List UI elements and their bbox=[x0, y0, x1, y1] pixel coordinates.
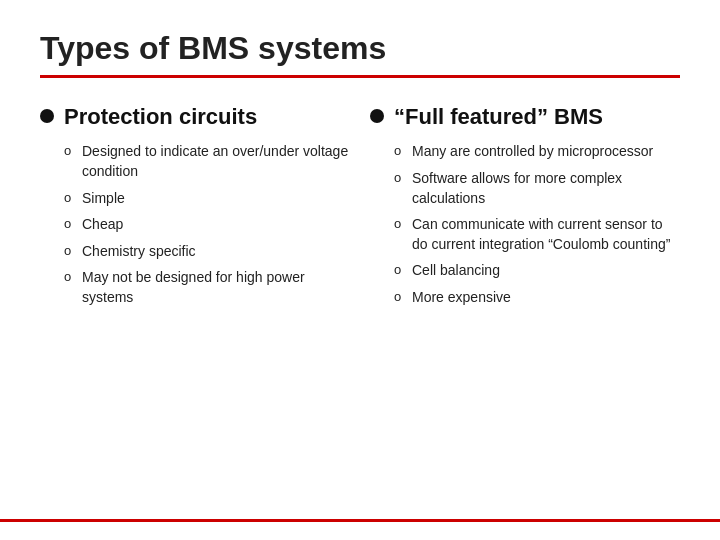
column-protection: Protection circuits Designed to indicate… bbox=[40, 104, 350, 520]
list-item: Cell balancing bbox=[394, 261, 680, 281]
list-item: Many are controlled by microprocessor bbox=[394, 142, 680, 162]
slide: Types of BMS systems Protection circuits… bbox=[0, 0, 720, 540]
list-item: Cheap bbox=[64, 215, 350, 235]
slide-title: Types of BMS systems bbox=[40, 30, 680, 78]
protection-list: Designed to indicate an over/under volta… bbox=[40, 142, 350, 314]
column-protection-heading: Protection circuits bbox=[64, 104, 257, 130]
list-item: Can communicate with current sensor to d… bbox=[394, 215, 680, 254]
list-item: May not be designed for high power syste… bbox=[64, 268, 350, 307]
bottom-divider bbox=[0, 519, 720, 522]
bullet-dot-full bbox=[370, 109, 384, 123]
list-item: Software allows for more complex calcula… bbox=[394, 169, 680, 208]
bullet-dot-protection bbox=[40, 109, 54, 123]
list-item: Designed to indicate an over/under volta… bbox=[64, 142, 350, 181]
column-full-heading: “Full featured” BMS bbox=[394, 104, 603, 130]
bullet-header-full: “Full featured” BMS bbox=[370, 104, 680, 130]
content-area: Protection circuits Designed to indicate… bbox=[40, 104, 680, 520]
full-featured-list: Many are controlled by microprocessor So… bbox=[370, 142, 680, 314]
list-item: Simple bbox=[64, 189, 350, 209]
list-item: More expensive bbox=[394, 288, 680, 308]
column-full-featured: “Full featured” BMS Many are controlled … bbox=[370, 104, 680, 520]
list-item: Chemistry specific bbox=[64, 242, 350, 262]
bullet-header-protection: Protection circuits bbox=[40, 104, 350, 130]
